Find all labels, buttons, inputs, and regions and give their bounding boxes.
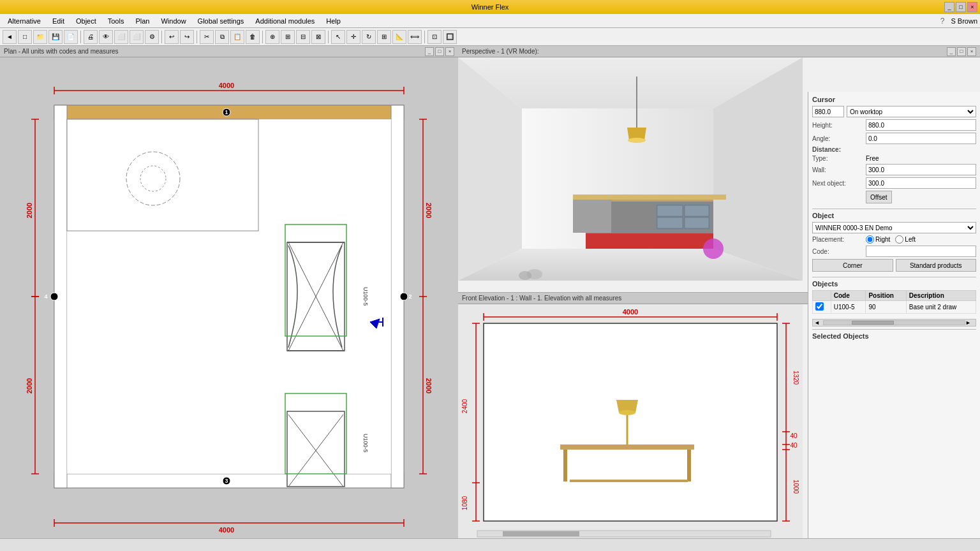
elevation-svg[interactable]: 4000 2400 [458, 304, 803, 539]
height-input[interactable] [866, 119, 976, 131]
undo-btn[interactable]: ↩ [165, 30, 179, 44]
object-name-select[interactable]: WINNER 0000-3 EN Demo [812, 222, 976, 233]
menu-object[interactable]: Object [71, 16, 101, 26]
next-object-input[interactable] [866, 177, 976, 189]
fp-maximize-btn[interactable]: □ [435, 47, 444, 56]
type-row: Type: Free [812, 155, 976, 162]
import-btn[interactable]: ⬜ [130, 30, 144, 44]
placement-left-label[interactable]: Left [895, 235, 916, 244]
persp-maximize-btn[interactable]: □ [957, 47, 966, 56]
scrollbar[interactable]: ◄ ► [812, 319, 976, 327]
snap1-btn[interactable]: ⊕ [265, 30, 279, 44]
objects-table: Code Position Description U100-5 90 Base… [812, 290, 976, 314]
cursor-value[interactable]: 880.0 [812, 106, 844, 117]
svg-rect-111 [503, 531, 579, 536]
snap4-btn[interactable]: ⊠ [311, 30, 325, 44]
svg-point-76 [703, 239, 724, 259]
menu-global-settings[interactable]: Global settings [193, 16, 249, 26]
save-btn[interactable]: 💾 [48, 30, 63, 44]
cut-btn[interactable]: ✂ [200, 30, 214, 44]
move-btn[interactable]: ✛ [346, 30, 360, 44]
svg-rect-70 [573, 200, 611, 233]
scroll-left-btn[interactable]: ◄ [814, 320, 823, 326]
redo-btn[interactable]: ↪ [180, 30, 194, 44]
placement-right-radio[interactable] [866, 235, 874, 244]
angle-input[interactable] [866, 133, 976, 144]
fp-minimize-btn[interactable]: _ [425, 47, 434, 56]
wall-input[interactable] [866, 164, 976, 175]
settings2-btn[interactable]: ⚙ [145, 30, 159, 44]
menu-edit[interactable]: Edit [47, 16, 70, 26]
dimension-btn[interactable]: ⟺ [408, 30, 422, 44]
export-btn[interactable]: ⬜ [114, 30, 128, 44]
cursor-position-select[interactable]: On worktop On floor Free [847, 106, 976, 117]
menu-additional-modules[interactable]: Additional modules [250, 16, 320, 26]
svg-rect-63 [586, 233, 713, 249]
svg-text:2000: 2000 [26, 203, 33, 218]
persp-minimize-btn[interactable]: _ [947, 47, 956, 56]
menu-window[interactable]: Window [156, 16, 191, 26]
type-value: Free [866, 155, 879, 162]
col-header-code: Code [831, 291, 866, 301]
row-checkbox[interactable] [815, 302, 824, 311]
snap2-btn[interactable]: ⊞ [281, 30, 295, 44]
user-name: S Brown [951, 17, 977, 25]
angle-row: Angle: [812, 133, 976, 144]
svg-rect-87 [563, 450, 567, 481]
print-btn[interactable]: 🖨 [84, 30, 98, 44]
fp-close-btn[interactable]: × [445, 47, 454, 56]
view-btn[interactable]: ⊡ [427, 30, 442, 44]
row-description: Base unit 2 draw [906, 301, 976, 314]
svg-text:2400: 2400 [461, 399, 468, 413]
toolbar: ◄ □ 📁 💾 📄 🖨 👁 ⬜ ⬜ ⚙ ↩ ↪ ✂ ⧉ 📋 🗑 ⊕ ⊞ ⊟ ⊠ … [0, 28, 980, 46]
standard-products-btn[interactable]: Standard products [896, 259, 977, 272]
scroll-right-btn[interactable]: ► [965, 320, 974, 326]
svg-text:40: 40 [790, 442, 798, 449]
printprev-btn[interactable]: 👁 [99, 30, 113, 44]
paste-btn[interactable]: 📋 [230, 30, 244, 44]
code-input[interactable] [866, 246, 976, 257]
scrollbar-thumb[interactable] [852, 321, 894, 325]
render-btn[interactable]: 🔲 [443, 30, 457, 44]
svg-text:1000: 1000 [792, 479, 799, 494]
sep5 [328, 31, 329, 43]
delete-btn[interactable]: 🗑 [246, 30, 260, 44]
measure-btn[interactable]: 📐 [392, 30, 406, 44]
snap3-btn[interactable]: ⊟ [296, 30, 310, 44]
cursor-btn[interactable]: ↖ [331, 30, 345, 44]
perspective-svg[interactable] [458, 57, 803, 281]
menu-tools[interactable]: Tools [103, 16, 130, 26]
rotate-btn[interactable]: ↻ [362, 30, 376, 44]
table-row[interactable]: U100-5 90 Base unit 2 draw [813, 301, 976, 314]
floor-plan-svg[interactable]: U100-5 U100-5 4000 4000 2000 [0, 57, 458, 538]
placement-right-label[interactable]: Right [866, 235, 890, 244]
close-btn[interactable]: × [967, 2, 977, 12]
svg-text:2000: 2000 [26, 378, 33, 393]
menu-help[interactable]: Help [321, 16, 346, 26]
open-btn[interactable]: 📁 [33, 30, 47, 44]
back-btn[interactable]: ◄ [3, 30, 17, 44]
svg-point-85 [619, 410, 635, 415]
offset-btn[interactable]: Offset [866, 191, 892, 203]
svg-text:4000: 4000 [623, 308, 638, 316]
sep6 [424, 31, 425, 43]
svg-rect-89 [570, 480, 688, 482]
new-btn[interactable]: □ [18, 30, 32, 44]
svg-text:2000: 2000 [425, 203, 433, 218]
persp-close-btn[interactable]: × [967, 47, 976, 56]
floor-plan-controls: _ □ × [425, 47, 454, 56]
menu-alternative[interactable]: Alternative [3, 16, 46, 26]
row-check[interactable] [813, 301, 831, 314]
array-btn[interactable]: ⊞ [377, 30, 391, 44]
menu-plan[interactable]: Plan [130, 16, 154, 26]
minimize-btn[interactable]: _ [944, 2, 954, 12]
next-object-label: Next object: [812, 180, 863, 187]
placement-left-radio[interactable] [895, 235, 903, 244]
copy-btn[interactable]: ⧉ [215, 30, 229, 44]
scrollbar-track[interactable] [823, 320, 965, 325]
svg-text:U100-5: U100-5 [362, 434, 369, 453]
maximize-btn[interactable]: □ [956, 2, 966, 12]
object-name-row: WINNER 0000-3 EN Demo [812, 222, 976, 233]
saveas-btn[interactable]: 📄 [64, 30, 78, 44]
corner-btn[interactable]: Corner [812, 259, 893, 272]
